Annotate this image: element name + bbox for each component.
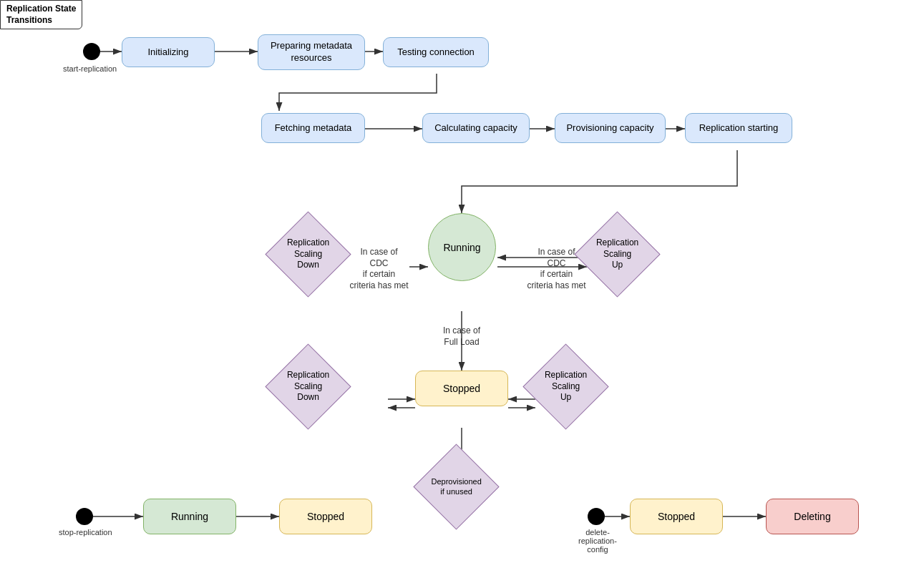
state-stopped-main: Stopped	[415, 371, 508, 406]
diagram-title: Replication State Transitions	[0, 0, 82, 29]
delete-replication-config-circle	[588, 508, 605, 525]
diamond-scaling-down-top: Replication Scaling Down	[265, 211, 351, 297]
state-initializing: Initializing	[122, 37, 215, 67]
label-cdc-left: In case of CDC if certain criteria has m…	[345, 247, 413, 291]
state-calculating: Calculating capacity	[422, 113, 530, 143]
state-replication-starting: Replication starting	[685, 113, 792, 143]
diamond-scaling-up-bottom: Replication Scaling Up	[522, 343, 608, 429]
state-running-main: Running	[428, 213, 496, 281]
state-stopped-bottom-right: Stopped	[630, 499, 723, 534]
delete-replication-config-label: delete-replication- config	[569, 528, 626, 554]
state-running-bottom: Running	[143, 499, 236, 534]
state-testing: Testing connection	[383, 37, 489, 67]
state-provisioning: Provisioning capacity	[555, 113, 666, 143]
start-replication-circle	[83, 43, 100, 60]
diamond-deprovisioned: Deprovisioned if unused	[413, 444, 499, 529]
state-fetching: Fetching metadata	[261, 113, 365, 143]
start-replication-label: start-replication	[63, 64, 117, 73]
state-preparing: Preparing metadata resources	[258, 34, 365, 70]
label-full-load: In case of Full Load	[429, 325, 494, 348]
diamond-scaling-down-bottom: Replication Scaling Down	[265, 343, 351, 429]
state-stopped-bottom-left: Stopped	[279, 499, 372, 534]
state-deleting: Deleting	[766, 499, 859, 534]
stop-replication-circle	[76, 508, 93, 525]
stop-replication-label: stop-replication	[59, 528, 112, 537]
diagram-container: Replication State Transitions	[0, 0, 924, 578]
